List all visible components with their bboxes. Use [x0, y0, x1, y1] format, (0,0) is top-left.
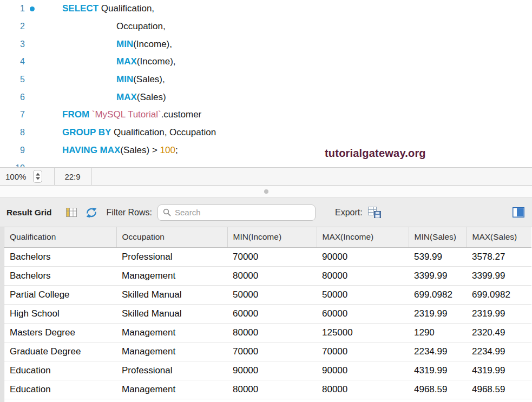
pane-splitter[interactable]	[0, 186, 532, 197]
search-input[interactable]	[175, 208, 310, 217]
row-selector-gutter[interactable]	[0, 227, 4, 402]
table-cell[interactable]: 60000	[227, 304, 317, 323]
table-cell[interactable]: Masters Degree	[4, 323, 116, 342]
table-cell[interactable]: Management	[116, 380, 227, 399]
table-cell[interactable]: Education	[4, 380, 116, 399]
table-cell[interactable]: 90000	[227, 361, 317, 380]
column-header[interactable]: MAX(Sales)	[467, 227, 531, 247]
table-cell[interactable]: 80000	[317, 380, 409, 399]
table-cell[interactable]: 50000	[227, 285, 317, 304]
table-cell[interactable]: 90000	[317, 361, 409, 380]
table-cell[interactable]: 3399.99	[467, 266, 531, 285]
stepper-down-icon[interactable]	[34, 176, 42, 182]
table-cell[interactable]: 125000	[317, 323, 409, 342]
table-cell[interactable]: 2319.99	[409, 304, 467, 323]
table-cell[interactable]: 4319.99	[409, 361, 467, 380]
code-line[interactable]: 4MAX(Income),	[0, 53, 532, 71]
table-cell[interactable]: 2320.49	[467, 323, 531, 342]
table-cell[interactable]: Skilled Manual	[116, 304, 227, 323]
table-cell[interactable]: 539.99	[409, 247, 467, 266]
zoom-level: 100%	[5, 172, 26, 181]
code-line[interactable]: 6MAX(Sales)	[0, 88, 532, 106]
code-line[interactable]: 9HAVING MAX(Sales) > 100;	[0, 142, 532, 160]
table-cell[interactable]: High School	[4, 304, 116, 323]
table-cell[interactable]: 70000	[227, 247, 317, 266]
table-row[interactable]: Graduate DegreeManagement70000700002234.…	[4, 342, 531, 361]
table-row[interactable]: BachelorsManagement80000800003399.993399…	[4, 266, 531, 285]
table-cell[interactable]: Skilled Manual	[116, 285, 227, 304]
column-header[interactable]: MIN(Sales)	[409, 227, 467, 247]
line-number: 5	[0, 75, 25, 84]
code-line[interactable]: 10	[0, 159, 532, 167]
code-token: `MySQL Tutorial`	[92, 109, 161, 120]
export-icon[interactable]	[368, 207, 382, 219]
code-line[interactable]: 1SELECT Qualification,	[0, 0, 532, 18]
table-cell[interactable]: 50000	[317, 285, 409, 304]
table-row[interactable]: EducationProfessional90000900004319.9943…	[4, 361, 531, 380]
table-cell[interactable]: 2234.99	[467, 342, 531, 361]
table-row[interactable]: EducationManagement80000800004968.594968…	[4, 380, 531, 399]
table-cell[interactable]: 60000	[317, 304, 409, 323]
table-cell[interactable]: Graduate Degree	[4, 342, 116, 361]
table-cell[interactable]: 70000	[317, 342, 409, 361]
table-cell[interactable]: Bachelors	[4, 247, 116, 266]
line-number: 4	[0, 57, 25, 67]
table-cell[interactable]: 2319.99	[467, 304, 531, 323]
stepper-up-icon[interactable]	[34, 170, 42, 176]
table-cell[interactable]: 80000	[227, 323, 317, 342]
table-cell[interactable]: Partial College	[4, 285, 116, 304]
refresh-icon[interactable]	[86, 207, 97, 218]
table-cell[interactable]: 699.0982	[409, 285, 467, 304]
table-row[interactable]: High SchoolSkilled Manual60000600002319.…	[4, 304, 531, 323]
code-token: .customer	[161, 109, 202, 120]
line-number: 7	[0, 110, 25, 120]
code-line[interactable]: 5MIN(Sales),	[0, 71, 532, 89]
column-header[interactable]: Occupation	[116, 227, 227, 247]
search-icon	[163, 208, 171, 216]
sql-editor[interactable]: 1SELECT Qualification,2Occupation,3MIN(I…	[0, 0, 532, 167]
table-cell[interactable]: Education	[4, 361, 116, 380]
table-cell[interactable]: 80000	[227, 380, 317, 399]
code-line[interactable]: 3MIN(Income),	[0, 35, 532, 53]
table-cell[interactable]: 80000	[227, 266, 317, 285]
table-row[interactable]: BachelorsProfessional7000090000539.99357…	[4, 247, 531, 266]
code-text: HAVING MAX(Sales) > 100;	[62, 145, 178, 156]
table-cell[interactable]: Management	[116, 342, 227, 361]
table-cell[interactable]: 3578.27	[467, 247, 531, 266]
column-header[interactable]: MAX(Income)	[317, 227, 409, 247]
table-cell[interactable]: 80000	[317, 266, 409, 285]
table-cell[interactable]: 70000	[227, 342, 317, 361]
side-panel-toggle-icon[interactable]	[513, 207, 524, 218]
table-cell[interactable]: 2234.99	[409, 342, 467, 361]
table-cell[interactable]: 4319.99	[467, 361, 531, 380]
zoom-stepper[interactable]	[33, 170, 42, 183]
table-row[interactable]: Masters DegreeManagement8000012500012902…	[4, 323, 531, 342]
code-line[interactable]: 7FROM `MySQL Tutorial`.customer	[0, 106, 532, 124]
table-cell[interactable]: 90000	[317, 247, 409, 266]
filter-search-box[interactable]	[157, 205, 316, 221]
column-header[interactable]: MIN(Income)	[227, 227, 317, 247]
line-number: 8	[0, 128, 25, 137]
table-cell[interactable]: 699.0982	[467, 285, 531, 304]
table-cell[interactable]: Professional	[116, 361, 227, 380]
table-cell[interactable]: Bachelors	[4, 266, 116, 285]
grid-view-icon[interactable]	[66, 208, 77, 217]
table-cell[interactable]: 3399.99	[409, 266, 467, 285]
code-text: SELECT Qualification,	[62, 3, 154, 14]
table-cell[interactable]: Management	[116, 323, 227, 342]
table-body: BachelorsProfessional7000090000539.99357…	[4, 247, 531, 399]
export-label: Export:	[335, 208, 363, 218]
line-number: 2	[0, 22, 25, 31]
table-row[interactable]: Partial CollegeSkilled Manual50000500006…	[4, 285, 531, 304]
result-grid-toolbar: Result Grid Filter Rows:	[0, 197, 532, 227]
table-cell[interactable]: 4968.59	[409, 380, 467, 399]
column-header[interactable]: Qualification	[4, 227, 116, 247]
table-cell[interactable]: 1290	[409, 323, 467, 342]
table-cell[interactable]: Management	[116, 266, 227, 285]
code-line[interactable]: 8GROUP BY Qualification, Occupation	[0, 124, 532, 142]
table-cell[interactable]: 4968.59	[467, 380, 531, 399]
table-cell[interactable]: Professional	[116, 247, 227, 266]
code-line[interactable]: 2Occupation,	[0, 18, 532, 36]
line-number: 10	[0, 163, 25, 167]
line-number: 6	[0, 93, 25, 102]
